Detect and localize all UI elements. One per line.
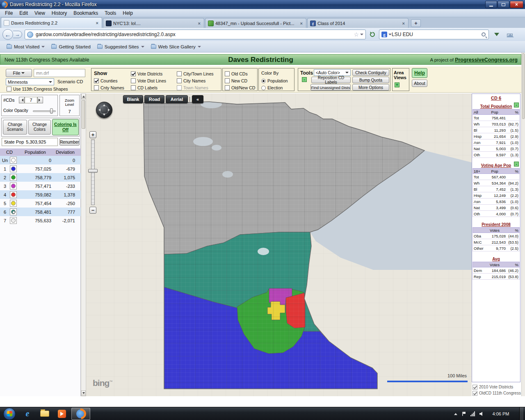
left-panel-scrollbar[interactable] (81, 94, 86, 396)
window-titlebar[interactable]: Daves Redistricting 2.2 - Mozilla Firefo… (0, 0, 525, 9)
checkbox-icon[interactable] (131, 78, 136, 83)
taskbar-explorer[interactable] (37, 408, 52, 420)
bookmark-getting-started[interactable]: Getting Started (48, 43, 94, 50)
taskbar-clock[interactable]: 4:06 PM (489, 411, 513, 416)
cds-value[interactable]: 7 (25, 97, 37, 103)
vote-districts-checkbox[interactable]: Vote Districts (131, 71, 162, 76)
search-box[interactable]: g LSU EDU (379, 30, 489, 39)
tab-close-icon[interactable]: × (299, 21, 304, 26)
collapse-minus-icon[interactable]: - (514, 162, 519, 167)
pan-compass-control[interactable] (96, 102, 112, 118)
new-tab-button[interactable]: + (411, 19, 421, 27)
district-row[interactable]: Un 0 0 (0, 156, 81, 164)
district-row[interactable]: 5 757,454 -250 (0, 199, 81, 208)
taskbar-media[interactable] (54, 408, 70, 420)
reposition-cd-labels-button[interactable]: Reposition CD Labels (311, 77, 351, 83)
district-color-chip[interactable] (10, 174, 17, 181)
zoom-in-button[interactable]: + (89, 131, 96, 138)
checkbox-icon[interactable] (472, 391, 477, 396)
bump-quota-button[interactable]: Bump Quota (352, 77, 389, 83)
district-color-chip[interactable] (10, 200, 17, 207)
show-desktop-button[interactable] (519, 407, 523, 420)
election-radio[interactable]: Election (261, 85, 283, 90)
cds-decrement-button[interactable] (19, 97, 25, 103)
network-icon[interactable] (470, 411, 475, 416)
state-select[interactable]: Minnesota (6, 78, 54, 85)
district-row[interactable]: 6 758,481 777 (0, 208, 81, 216)
taskbar-firefox[interactable] (71, 408, 90, 420)
district-row[interactable]: 1 757,025 -679 (0, 164, 81, 173)
scroll-down-button[interactable] (81, 390, 86, 396)
blank-view-button[interactable]: Blank (123, 95, 143, 103)
menu-item[interactable]: Edit (16, 9, 31, 17)
check-contiguity-button[interactable]: Check Contiguity (352, 69, 389, 76)
oldcd-111th-checkbox[interactable]: OldCD 111th Congress (472, 390, 521, 396)
district-color-chip[interactable] (10, 191, 17, 198)
help-button[interactable]: Help (412, 68, 427, 78)
scroll-up-button[interactable] (81, 94, 86, 99)
checkbox-icon[interactable] (131, 85, 136, 90)
about-button[interactable]: About (412, 80, 427, 87)
url-input[interactable]: gardow.com/davebradlee/redistricting/dav… (36, 32, 352, 37)
checkbox-icon[interactable] (225, 85, 230, 90)
tab-close-icon[interactable]: × (95, 21, 99, 25)
auto-color-select[interactable]: <Auto Color> (314, 69, 351, 76)
counties-checkbox[interactable]: Counties (94, 78, 117, 83)
district-color-chip[interactable] (10, 183, 17, 189)
menu-item[interactable]: Tools (101, 9, 119, 17)
pan-up-icon[interactable] (103, 103, 105, 106)
renumber-button[interactable]: Renumber (59, 138, 80, 146)
district-color-chip[interactable] (10, 165, 17, 172)
aerial-view-button[interactable]: Aerial (166, 95, 188, 103)
taskbar-ie[interactable]: e (20, 408, 35, 420)
volume-icon[interactable] (479, 411, 485, 416)
district-row[interactable]: 7 755,633 -2,071 (0, 216, 81, 225)
bookmark-suggested-sites[interactable]: Suggested Sites (94, 43, 148, 50)
checkbox-icon[interactable] (94, 85, 99, 90)
bookmark-star-icon[interactable]: ☆ (354, 31, 359, 38)
checkbox-icon[interactable] (7, 87, 11, 91)
collapse-minus-icon[interactable]: - (302, 77, 307, 82)
url-dropdown-caret-icon[interactable] (360, 34, 363, 37)
hidden-icons-chevron[interactable] (454, 411, 457, 415)
file-name-field[interactable]: mn.drf (34, 69, 85, 77)
use-113th-checkbox[interactable]: Use 113th Congress Shapes (7, 87, 68, 91)
opacity-slider-handle[interactable] (50, 108, 53, 114)
district-color-chip[interactable] (10, 217, 17, 224)
checkbox-icon[interactable] (225, 71, 230, 76)
zoom-slider-handle[interactable] (88, 169, 98, 173)
old-cds-checkbox[interactable]: Old CDs (225, 71, 248, 76)
city-names-checkbox[interactable]: City Names (177, 78, 205, 83)
vote-dist-lines-checkbox[interactable]: Vote Dist Lines (131, 78, 166, 83)
radio-icon[interactable] (261, 86, 266, 90)
action-center-flag-icon[interactable] (461, 411, 466, 416)
cnty-names-checkbox[interactable]: Cnty Names (94, 85, 124, 90)
find-unassigned-dists-button[interactable]: Find Unassigned Dists (310, 84, 351, 91)
district-row[interactable]: 4 759,082 1,378 (0, 190, 81, 199)
new-cd-checkbox[interactable]: New CD (225, 78, 247, 83)
cds-increment-button[interactable] (37, 97, 43, 103)
checkbox-icon[interactable] (94, 78, 99, 83)
page-scrollbar[interactable] (521, 52, 525, 396)
minnesota-map[interactable] (86, 94, 472, 396)
city-town-lines-checkbox[interactable]: City/Town Lines (177, 71, 214, 76)
bookmark-web-slice-gallery[interactable]: Web Slice Gallery (148, 43, 204, 50)
url-bar[interactable]: gardow.com/davebradlee/redistricting/dav… (25, 30, 366, 39)
home-button[interactable] (504, 30, 515, 39)
downloads-button[interactable] (491, 30, 502, 39)
close-button[interactable]: × (510, 1, 523, 8)
expand-plus-icon[interactable]: + (395, 82, 399, 87)
maximize-button[interactable] (498, 1, 509, 8)
pan-left-icon[interactable] (97, 109, 100, 111)
change-scenario-button[interactable]: Change Scenario (3, 120, 27, 135)
vote-districts-2010-checkbox[interactable]: 2010 Vote Districts (472, 384, 521, 390)
district-row[interactable]: 3 757,471 -233 (0, 182, 81, 190)
radio-icon[interactable] (261, 79, 266, 83)
menu-item[interactable]: Help (119, 9, 136, 17)
map-area[interactable]: Blank Road Aerial | « + − bing™ 100 Mile… (86, 94, 472, 396)
checkbox-icon[interactable] (177, 71, 182, 76)
menu-item[interactable]: History (48, 9, 70, 17)
menu-item[interactable]: View (31, 9, 48, 17)
scrollbar-thumb[interactable] (82, 100, 85, 129)
population-radio[interactable]: Population (261, 78, 288, 83)
